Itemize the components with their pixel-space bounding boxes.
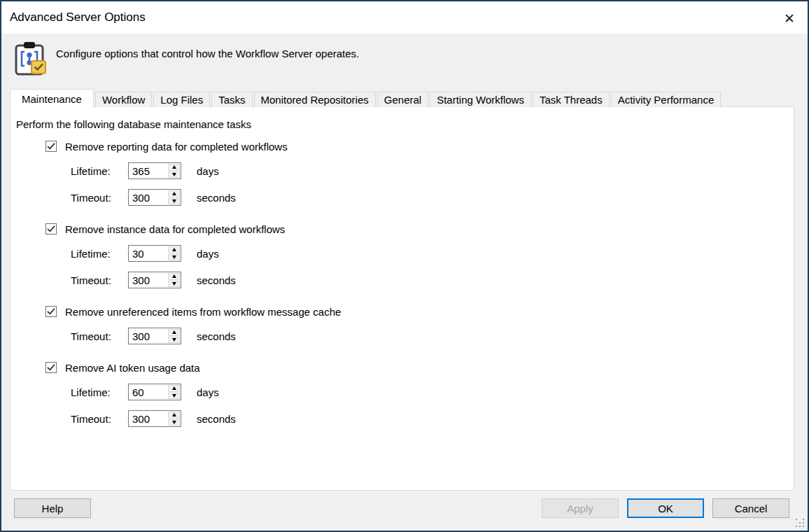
lifetime-label: Lifetime: (71, 248, 128, 260)
timeout-spinner (128, 328, 181, 344)
spin-down-icon[interactable] (168, 198, 180, 205)
timeout-label: Timeout: (71, 413, 128, 425)
checkbox-remove-unreferenced-items[interactable] (45, 306, 57, 317)
check-row: Remove instance data for completed workf… (45, 223, 794, 235)
checkbox-label: Remove unreferenced items from workflow … (65, 306, 341, 318)
spin-down-icon[interactable] (168, 419, 180, 426)
tab-monitored-repositories[interactable]: Monitored Repositories (254, 92, 376, 107)
checkbox-label: Remove instance data for completed workf… (65, 223, 285, 235)
advanced-server-options-dialog: Advanced Server Options ✕ Configure opti… (0, 0, 809, 532)
spin-buttons (168, 246, 180, 260)
tab-workflow[interactable]: Workflow (95, 92, 152, 107)
lifetime-field-row: Lifetime: days (71, 384, 794, 400)
tab-starting-workflows[interactable]: Starting Workflows (430, 92, 531, 107)
spin-buttons (168, 412, 180, 426)
timeout-label: Timeout: (71, 274, 128, 286)
dialog-title: Advanced Server Options (10, 10, 146, 24)
tab-task-threads[interactable]: Task Threads (533, 92, 610, 107)
titlebar: Advanced Server Options ✕ (1, 1, 808, 34)
ok-button[interactable]: OK (627, 498, 704, 518)
spin-up-icon[interactable] (168, 329, 180, 336)
dialog-description: Configure options that control how the W… (56, 42, 359, 76)
lifetime-input[interactable] (129, 246, 167, 261)
spin-up-icon[interactable] (168, 164, 180, 171)
spin-down-icon[interactable] (168, 172, 180, 178)
checkbox-label: Remove AI token usage data (65, 362, 200, 374)
timeout-spinner (128, 272, 181, 288)
unit-label: seconds (197, 330, 236, 342)
timeout-field-row: Timeout: seconds (71, 410, 794, 427)
close-icon[interactable]: ✕ (780, 8, 799, 28)
spin-up-icon[interactable] (168, 190, 180, 197)
checkbox-label: Remove reporting data for completed work… (65, 141, 288, 153)
spin-buttons (168, 273, 180, 287)
lifetime-label: Lifetime: (71, 165, 128, 177)
cancel-button[interactable]: Cancel (712, 498, 789, 518)
apply-button[interactable]: Apply (542, 498, 619, 518)
timeout-spinner (128, 410, 181, 427)
timeout-field-row: Timeout: seconds (71, 328, 794, 344)
spin-down-icon[interactable] (168, 254, 180, 261)
timeout-field-row: Timeout: seconds (71, 272, 794, 288)
lifetime-input[interactable] (129, 163, 167, 178)
lifetime-field-row: Lifetime: days (71, 245, 794, 262)
lifetime-field-row: Lifetime: days (71, 162, 794, 179)
help-button[interactable]: Help (14, 498, 91, 518)
timeout-input[interactable] (129, 328, 167, 344)
tab-maintenance[interactable]: Maintenance (10, 89, 94, 108)
timeout-input[interactable] (129, 411, 167, 426)
checkbox-remove-instance-data[interactable] (45, 223, 57, 234)
spin-buttons (168, 190, 180, 204)
checkbox-remove-reporting-data[interactable] (45, 141, 57, 152)
resize-grip-icon[interactable] (796, 519, 804, 527)
task-group-message-cache: Remove unreferenced items from workflow … (10, 305, 794, 344)
spin-up-icon[interactable] (168, 246, 180, 253)
check-row: Remove reporting data for completed work… (45, 140, 794, 153)
lifetime-input[interactable] (129, 384, 167, 400)
tab-log-files[interactable]: Log Files (153, 92, 210, 107)
timeout-label: Timeout: (71, 330, 128, 342)
dialog-header: Configure options that control how the W… (1, 34, 808, 76)
unit-label: seconds (197, 274, 236, 286)
spin-down-icon[interactable] (168, 281, 180, 288)
lifetime-spinner (128, 384, 181, 400)
lifetime-spinner (128, 245, 181, 262)
spin-down-icon[interactable] (168, 393, 180, 400)
unit-label: days (197, 386, 219, 398)
check-row: Remove unreferenced items from workflow … (45, 305, 794, 318)
timeout-label: Timeout: (71, 192, 128, 204)
lifetime-label: Lifetime: (71, 386, 128, 398)
unit-label: seconds (197, 413, 236, 425)
check-row: Remove AI token usage data (45, 361, 794, 374)
tab-tasks[interactable]: Tasks (211, 92, 252, 107)
spin-up-icon[interactable] (168, 412, 180, 419)
unit-label: days (197, 165, 219, 177)
maintenance-heading: Perform the following database maintenan… (16, 118, 794, 131)
spin-buttons (168, 385, 180, 399)
spin-buttons (168, 329, 180, 343)
unit-label: seconds (197, 192, 236, 204)
tab-activity-performance[interactable]: Activity Performance (611, 92, 722, 107)
lifetime-spinner (128, 162, 181, 179)
tab-general[interactable]: General (377, 92, 428, 107)
timeout-input[interactable] (129, 272, 167, 288)
timeout-spinner (128, 189, 181, 206)
timeout-field-row: Timeout: seconds (71, 189, 794, 206)
task-group-reporting-data: Remove reporting data for completed work… (10, 140, 794, 206)
workflow-clipboard-icon (14, 42, 46, 76)
maintenance-tab-panel: Perform the following database maintenan… (10, 106, 794, 491)
task-group-instance-data: Remove instance data for completed workf… (10, 223, 794, 288)
timeout-input[interactable] (129, 190, 167, 205)
spin-down-icon[interactable] (168, 337, 180, 344)
task-group-ai-token-usage: Remove AI token usage data Lifetime: day… (10, 361, 794, 427)
spin-up-icon[interactable] (168, 385, 180, 392)
spin-buttons (168, 164, 180, 178)
tabstrip: Maintenance Workflow Log Files Tasks Mon… (10, 88, 794, 107)
checkbox-remove-ai-token-usage[interactable] (45, 362, 57, 373)
unit-label: days (197, 248, 219, 260)
spin-up-icon[interactable] (168, 273, 180, 280)
